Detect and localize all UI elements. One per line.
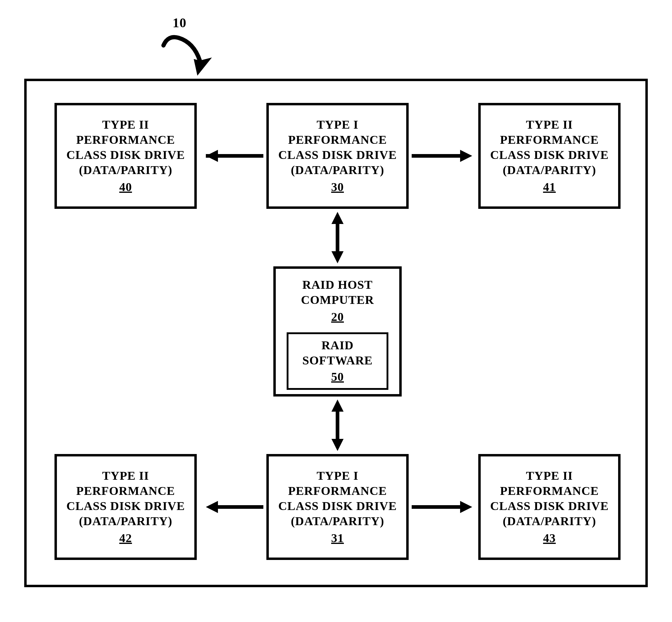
box-raid-host: RAID HOST COMPUTER 20 RAID SOFTWARE 50 xyxy=(273,266,402,396)
box-text: (DATA/PARITY) xyxy=(79,163,172,178)
box-ref: 43 xyxy=(543,530,556,546)
box-bottom-left-disk: TYPE II PERFORMANCE CLASS DISK DRIVE (DA… xyxy=(55,454,197,560)
box-ref: 31 xyxy=(331,530,344,546)
box-raid-software: RAID SOFTWARE 50 xyxy=(287,332,389,390)
box-text: CLASS DISK DRIVE xyxy=(278,147,397,163)
box-text: PERFORMANCE xyxy=(288,132,387,147)
box-text: TYPE II xyxy=(526,117,573,132)
box-text: TYPE II xyxy=(102,468,149,483)
box-text: TYPE I xyxy=(316,117,359,132)
pointer-arrowhead-icon xyxy=(194,58,212,76)
box-ref: 40 xyxy=(119,179,132,195)
figure-reference-label: 10 xyxy=(172,15,187,31)
box-top-center-disk: TYPE I PERFORMANCE CLASS DISK DRIVE (DAT… xyxy=(266,103,409,209)
box-text: TYPE II xyxy=(526,468,573,483)
box-text: (DATA/PARITY) xyxy=(503,514,596,529)
box-text: TYPE I xyxy=(316,468,359,483)
box-text: (DATA/PARITY) xyxy=(291,514,384,529)
box-text: CLASS DISK DRIVE xyxy=(278,498,397,514)
box-text: CLASS DISK DRIVE xyxy=(66,498,185,514)
box-text: (DATA/PARITY) xyxy=(291,163,384,178)
box-text: CLASS DISK DRIVE xyxy=(490,498,609,514)
box-text: (DATA/PARITY) xyxy=(79,514,172,529)
pointer-curve-icon xyxy=(164,37,200,61)
box-text: PERFORMANCE xyxy=(500,483,599,498)
box-text: CLASS DISK DRIVE xyxy=(490,147,609,163)
box-ref: 30 xyxy=(331,179,344,195)
box-text: RAID HOST xyxy=(276,277,399,292)
host-header: RAID HOST COMPUTER 20 xyxy=(276,269,399,324)
box-text: PERFORMANCE xyxy=(76,483,175,498)
box-bottom-center-disk: TYPE I PERFORMANCE CLASS DISK DRIVE (DAT… xyxy=(266,454,409,560)
box-bottom-right-disk: TYPE II PERFORMANCE CLASS DISK DRIVE (DA… xyxy=(478,454,620,560)
box-text: (DATA/PARITY) xyxy=(503,163,596,178)
box-ref: 50 xyxy=(331,369,344,384)
box-ref: 42 xyxy=(119,530,132,546)
box-ref: 20 xyxy=(276,309,399,324)
box-text: SOFTWARE xyxy=(302,353,373,368)
box-top-left-disk: TYPE II PERFORMANCE CLASS DISK DRIVE (DA… xyxy=(55,103,197,209)
box-text: CLASS DISK DRIVE xyxy=(66,147,185,163)
figure-reference-text: 10 xyxy=(172,15,187,30)
box-text: RAID xyxy=(322,338,354,353)
box-text: PERFORMANCE xyxy=(500,132,599,147)
box-text: PERFORMANCE xyxy=(76,132,175,147)
diagram-canvas: 10 TYPE II PERFORMANCE CLASS DISK DRIVE … xyxy=(0,0,672,622)
box-text: PERFORMANCE xyxy=(288,483,387,498)
box-text: COMPUTER xyxy=(276,292,399,308)
box-top-right-disk: TYPE II PERFORMANCE CLASS DISK DRIVE (DA… xyxy=(478,103,620,209)
box-text: TYPE II xyxy=(102,117,149,132)
box-ref: 41 xyxy=(543,179,556,195)
